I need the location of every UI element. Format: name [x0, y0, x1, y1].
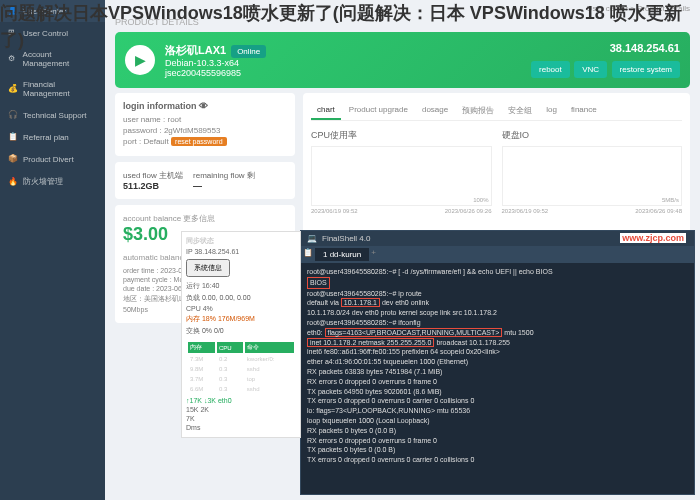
tab-finance[interactable]: finance: [565, 101, 603, 120]
sidebar-item-product-divert[interactable]: 📦Product Divert: [0, 148, 105, 170]
server-name: 洛杉矶LAX1: [165, 44, 226, 56]
status-badge: Online: [231, 45, 266, 58]
sidebar-item-user-control[interactable]: ⊞User Control: [0, 22, 105, 44]
tab-upgrade[interactable]: Product upgrade: [343, 101, 414, 120]
cpu-chart: CPU使用率 100% 2023/06/19 09:522023/06/26 0…: [311, 129, 492, 214]
tab-security[interactable]: 安全组: [502, 101, 538, 120]
system-info-button[interactable]: 系统信息: [186, 259, 230, 277]
terminal-output[interactable]: root@user439645580285:~# [ -d /sys/firmw…: [301, 263, 694, 469]
sidebar-item-financial[interactable]: 💰Financial Management: [0, 74, 105, 104]
restore-button[interactable]: restore system: [612, 61, 680, 78]
plan-icon: 📋: [8, 132, 18, 142]
sidebar-item-account[interactable]: ⚙Account Management: [0, 44, 105, 74]
sidebar-item-support[interactable]: 🎧Technical Support: [0, 104, 105, 126]
support-icon: 🎧: [8, 110, 18, 120]
tab-report[interactable]: 预购报告: [456, 101, 500, 120]
login-panel: login information 👁 user name : root pas…: [115, 93, 295, 156]
reboot-button[interactable]: reboot: [531, 61, 570, 78]
add-tab-icon[interactable]: +: [371, 248, 376, 261]
app-icon: 💻: [307, 234, 317, 243]
reset-password-button[interactable]: reset password: [171, 137, 226, 146]
money-icon: 💰: [8, 84, 18, 94]
box-icon: 📦: [8, 154, 18, 164]
server-ip: 38.148.254.61: [531, 42, 680, 54]
sidebar: 👤User Center ⊞User Control ⚙Account Mana…: [0, 0, 105, 500]
server-header-card: ▶ 洛杉矶LAX1Online Debian-10.3.3-x64 jsec20…: [115, 32, 690, 88]
terminal-tabs: 📋 1 dd-kurun +: [301, 246, 694, 263]
tab-log[interactable]: log: [540, 101, 563, 120]
sidebar-item-user-center[interactable]: 👤User Center: [0, 0, 105, 22]
fire-icon: 🔥: [8, 177, 18, 187]
watermark: www.zjcp.com: [620, 233, 686, 243]
server-os: Debian-10.3.3-x64: [165, 58, 521, 68]
process-table: 内存CPU命令 7.3M0.2kworker/0: 9.8M0.3sshd 3.…: [186, 340, 296, 395]
flow-panel: used flow 主机端511.2GB remaining flow 剩—: [115, 162, 295, 199]
io-chart: 硬盘IO 5MB/s 2023/06/19 09:522023/06/26 09…: [502, 129, 683, 214]
tab-chart[interactable]: chart: [311, 101, 341, 120]
tab-bar: chart Product upgrade dosage 预购报告 安全组 lo…: [311, 101, 682, 121]
play-icon: ▶: [125, 45, 155, 75]
grid-icon: ⊞: [8, 28, 18, 38]
terminal-window: www.zjcp.com 同步状态 IP 38.148.254.61 系统信息 …: [300, 230, 695, 495]
breadcrumb: User center > Product details: [105, 0, 700, 17]
sidebar-item-referral[interactable]: 📋Referral plan: [0, 126, 105, 148]
sync-panel: 同步状态 IP 38.148.254.61 系统信息 运行 16:40 负载 0…: [181, 231, 301, 438]
vnc-button[interactable]: VNC: [574, 61, 607, 78]
sidebar-item-firewall[interactable]: 🔥防火墙管理: [0, 170, 105, 193]
section-title: PRODUCT DETAILS: [105, 17, 700, 27]
user-icon: 👤: [8, 6, 18, 16]
login-title: login information 👁: [123, 101, 287, 111]
gear-icon: ⚙: [8, 54, 18, 64]
tab-dosage[interactable]: dosage: [416, 101, 454, 120]
tab-list-icon[interactable]: 📋: [303, 248, 313, 261]
server-id: jsec200455596985: [165, 68, 521, 78]
terminal-tab[interactable]: 1 dd-kurun: [315, 248, 369, 261]
